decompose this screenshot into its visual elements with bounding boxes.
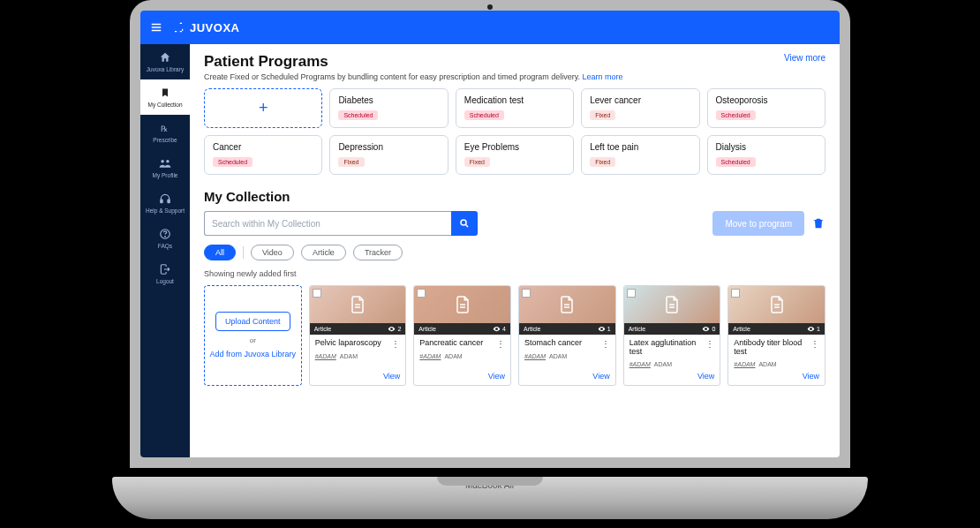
sidebar-item-faqs[interactable]: FAQs [140, 221, 190, 256]
programs-title: Patient Programs [204, 53, 623, 71]
content-title: Latex agglutination test [629, 339, 704, 357]
program-card[interactable]: Eye ProblemsFixed [456, 135, 574, 175]
svg-point-5 [166, 160, 170, 163]
view-count: 0 [702, 325, 715, 333]
program-card[interactable]: OsteoporosisScheduled [707, 88, 825, 128]
program-card-title: Cancer [213, 142, 313, 152]
content-meta-bar: Article1 [519, 323, 615, 335]
program-status-badge: Fixed [464, 157, 490, 167]
program-card[interactable]: Medication testScheduled [456, 88, 574, 128]
rx-icon: ℞ [159, 122, 171, 134]
sidebar-item-label: Juvoxa Library [147, 66, 184, 72]
svg-point-10 [461, 220, 466, 225]
content-type-label: Article [524, 326, 540, 332]
filter-chip-tracker[interactable]: Tracker [353, 245, 403, 260]
more-icon[interactable]: ⋮ [494, 339, 505, 349]
svg-text:℞: ℞ [161, 124, 168, 133]
profile-icon [159, 157, 171, 170]
sort-label: Showing newly added first [204, 269, 825, 278]
chip-divider [243, 246, 244, 259]
view-link[interactable]: View [629, 372, 715, 381]
program-card[interactable]: DepressionFixed [329, 135, 448, 175]
content-type-label: Article [629, 326, 645, 332]
svg-rect-6 [161, 200, 162, 203]
filter-chip-all[interactable]: All [204, 245, 236, 260]
program-card-title: Medication test [464, 95, 565, 105]
content-title: Pelvic laparoscopy [315, 339, 381, 348]
program-card-title: Left toe pain [590, 142, 690, 152]
select-checkbox[interactable] [522, 289, 531, 298]
filter-chip-article[interactable]: Article [301, 245, 346, 260]
sidebar-item-my-collection[interactable]: My Collection [140, 79, 190, 115]
upload-content-button[interactable]: Upload Content [215, 312, 290, 331]
menu-icon[interactable] [149, 21, 163, 34]
select-checkbox[interactable] [417, 289, 426, 298]
sidebar-item-help-support[interactable]: Help & Support [140, 185, 190, 221]
search-row: Move to program [204, 211, 825, 236]
program-status-badge: Scheduled [338, 110, 378, 120]
view-link[interactable]: View [524, 372, 610, 381]
svg-point-4 [161, 160, 164, 163]
program-status-badge: Fixed [590, 110, 615, 120]
svg-point-9 [165, 237, 166, 238]
content-meta-bar: Article1 [728, 323, 825, 335]
program-status-badge: Scheduled [716, 157, 756, 167]
add-from-library-link[interactable]: Add from Juvoxa Library [210, 350, 297, 358]
view-more-link[interactable]: View more [784, 53, 825, 63]
upload-or-text: or [250, 336, 256, 344]
sidebar: Juvoxa LibraryMy Collection℞PrescribeMy … [140, 44, 190, 457]
move-to-program-button[interactable]: Move to program [712, 211, 804, 236]
program-card[interactable]: Lever cancerFixed [581, 88, 699, 128]
search-button[interactable] [451, 211, 478, 236]
view-count: 2 [388, 325, 401, 333]
sidebar-item-logout[interactable]: Logout [140, 256, 190, 291]
learn-more-link[interactable]: Learn more [583, 72, 623, 81]
svg-rect-7 [168, 200, 170, 203]
filter-chip-video[interactable]: Video [251, 245, 294, 260]
select-checkbox[interactable] [627, 289, 636, 298]
content-card: Article1Antibody titer blood test⋮#ADAMA… [727, 285, 825, 386]
delete-icon[interactable] [811, 216, 825, 230]
program-status-badge: Fixed [338, 157, 364, 167]
document-icon [455, 295, 471, 314]
content-title: Stomach cancer [524, 339, 582, 348]
sidebar-item-label: My Profile [153, 172, 178, 178]
view-link[interactable]: View [419, 372, 505, 381]
program-card-title: Diabetes [338, 95, 439, 105]
laptop-notch [437, 477, 543, 486]
program-grid: +DiabetesScheduledMedication testSchedul… [204, 88, 825, 175]
filter-chips: AllVideoArticleTracker [204, 245, 825, 260]
search-wrap [204, 211, 478, 236]
content-source: #ADAMADAM [315, 353, 401, 359]
search-input[interactable] [204, 211, 451, 236]
content-thumbnail [310, 286, 406, 323]
content-source: #ADAMADAM [524, 353, 610, 359]
select-checkbox[interactable] [731, 289, 740, 298]
view-count: 4 [493, 325, 506, 333]
sidebar-item-prescribe[interactable]: ℞Prescribe [140, 115, 190, 150]
content-meta-bar: Article2 [310, 323, 406, 335]
sidebar-item-juvoxa-library[interactable]: Juvoxa Library [140, 44, 190, 79]
program-status-badge: Scheduled [213, 157, 253, 167]
program-card[interactable]: DiabetesScheduled [329, 88, 448, 128]
content-meta-bar: Article0 [624, 323, 720, 335]
sidebar-item-my-profile[interactable]: My Profile [140, 150, 190, 185]
view-count: 1 [598, 325, 611, 333]
program-card-title: Eye Problems [464, 142, 565, 152]
more-icon[interactable]: ⋮ [808, 339, 819, 349]
content-card: Article0Latex agglutination test⋮#ADAMAD… [623, 285, 721, 386]
select-checkbox[interactable] [313, 289, 321, 298]
program-card[interactable]: DialysisScheduled [707, 135, 825, 175]
program-card[interactable]: CancerScheduled [204, 135, 322, 175]
brand: JUVOXA [172, 21, 239, 34]
more-icon[interactable]: ⋮ [599, 339, 610, 349]
headphones-icon [159, 192, 171, 205]
content-title: Pancreatic cancer [419, 339, 483, 348]
view-link[interactable]: View [734, 372, 819, 381]
program-card[interactable]: Left toe painFixed [581, 135, 699, 175]
view-link[interactable]: View [315, 372, 401, 381]
more-icon[interactable]: ⋮ [388, 339, 400, 349]
search-icon [459, 218, 470, 229]
add-program-card[interactable]: + [204, 88, 322, 128]
more-icon[interactable]: ⋮ [703, 339, 714, 349]
